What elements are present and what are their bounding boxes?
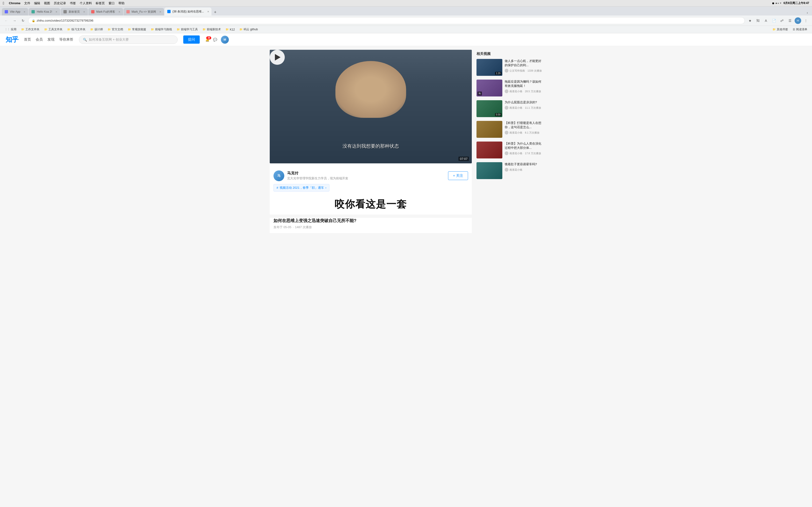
zhihu-extension-icon[interactable]: 知 (755, 17, 761, 24)
folder-icon-8: 📁 (177, 28, 180, 31)
channel-name-4: 画渣花小烙 (509, 152, 522, 155)
message-icon[interactable]: 💬 (213, 38, 217, 42)
tab-favicon-markres (126, 10, 130, 13)
bookmark-frontend-path[interactable]: 📁 前端学习路线 (149, 27, 174, 32)
video-date: 发布于 05-05 (273, 225, 291, 229)
sidebar-item-2[interactable]: 5:59 为什么屁股总是凉凉的? 画渣花小烙 · 11.1 万次播放 (476, 100, 542, 117)
sidebar-channel-0: 公文写作指南 · 1339 次播放 (505, 69, 542, 72)
extension-icon-3[interactable]: ☍ (779, 17, 785, 24)
extension-icon-2[interactable]: 📄 (771, 17, 777, 24)
bookmark-star-button[interactable]: ★ (747, 17, 753, 24)
menu-profile[interactable]: 个人资料 (80, 1, 92, 5)
sidebar-video-title-0: 做人多一点心机，才能更好的保护自己的利... (505, 59, 542, 67)
tab-koa[interactable]: Hello Koa 2! ✕ (29, 8, 60, 15)
sidebar-item-1[interactable]: 拖 拖延症是因为懒吗？该如何有效克服拖延！ 画渣花小烙 · 28.5 万次播放 (476, 79, 542, 97)
notification-bell[interactable]: 🔔 38 (205, 38, 209, 42)
bookmark-work-folder[interactable]: 📁 工作文件夹 (19, 27, 41, 32)
tab-zhihu[interactable]: (38 条消息) 如何在思维... ✕ (164, 7, 211, 15)
url-bar[interactable]: 🔒 zhihu.com/zvideo/1373209273279799296 (28, 17, 745, 24)
nav-answer[interactable]: 等你来答 (59, 36, 73, 43)
bookmark-frontend-tools[interactable]: 📁 前端学习工具 (175, 27, 200, 32)
video-player[interactable]: 没有达到我想要的那种状态 07:07 (270, 50, 472, 163)
sidebar-item-0[interactable]: 1:29 做人多一点心机，才能更好的保护自己的利... 公文写作指南 · 133… (476, 59, 542, 76)
bookmark-other[interactable]: 📁 其他书签 (771, 27, 790, 32)
tab-markfu[interactable]: Mark Fu的博客 ✕ (88, 8, 123, 15)
author-left: 马 马克付 北大光华管理学院新生力学员，现为前端开发 (273, 170, 348, 181)
sidebar-item-3[interactable]: 【科普】打喷嚏是有人在想你，这句话是怎么... 画渣花小烙 · 8.1 万次播放 (476, 121, 542, 138)
bookmark-practice-folder[interactable]: 📁 练习文件夹 (65, 27, 87, 32)
extension-icon-4[interactable]: ☰ (786, 17, 793, 24)
zhihu-logo[interactable]: 知乎 (6, 35, 18, 44)
tab-close-markfu[interactable]: ✕ (118, 10, 120, 13)
tab-close-vite[interactable]: ✕ (23, 10, 26, 13)
sidebar-item-4[interactable]: 【科普】为什么人类在演化过程中把大部分体... 画渣花小烙 · 17.8 万次播… (476, 142, 542, 158)
ask-button[interactable]: 提问 (183, 36, 200, 44)
tab-arrow[interactable]: › (805, 10, 810, 15)
new-tab-button[interactable]: + (212, 9, 218, 15)
menu-tabs[interactable]: 标签页 (96, 1, 105, 5)
tab-close-new[interactable]: ✕ (83, 10, 85, 13)
zhihu-search[interactable]: 🔍 如何准备互联网 + 创业大赛 (79, 36, 177, 44)
folder-icon-10: 📁 (225, 28, 229, 31)
sidebar-item-5[interactable]: 饿着肚子更容易晕车吗? 画渣花小烙 (476, 162, 542, 179)
bookmark-skills[interactable]: 📁 常规技能篇 (126, 27, 148, 32)
video-section: 没有达到我想要的那种状态 07:07 马 马克付 北大光华管理学院新生力学员，现… (270, 50, 472, 233)
sidebar-video-info-5: 饿着肚子更容易晕车吗? 画渣花小烙 (505, 162, 542, 179)
back-button[interactable]: ← (3, 17, 9, 24)
tab-vite[interactable]: Vite App ✕ (2, 8, 28, 15)
bookmark-designer[interactable]: 📁 设计师 (88, 27, 105, 32)
menu-bookmarks[interactable]: 书签 (70, 1, 76, 5)
tab-new[interactable]: 新标签页 ✕ (61, 8, 88, 15)
bookmark-new-tech[interactable]: 📁 前端新技术 (201, 27, 223, 32)
channel-name-5: 画渣花小烙 (509, 168, 522, 172)
nav-member[interactable]: 会员 (36, 36, 43, 43)
extension-icon-1[interactable]: A (763, 17, 769, 24)
bookmark-apps[interactable]: ⋮⋮ 应用 (3, 27, 18, 32)
nav-home[interactable]: 首页 (24, 36, 31, 43)
sidebar-video-info-3: 【科普】打喷嚏是有人在想你，这句话是怎么... 画渣花小烙 · 8.1 万次播放 (505, 121, 542, 138)
menu-window[interactable]: 窗口 (109, 1, 115, 5)
bookmark-tools-folder[interactable]: 📁 工具文件夹 (42, 27, 64, 32)
menu-file[interactable]: 文件 (24, 1, 30, 5)
tab-close-zhihu[interactable]: ✕ (207, 10, 209, 13)
sidebar: 相关视频 1:29 做人多一点心机，才能更好的保护自己的利... 公文写作指南 … (476, 50, 542, 233)
view-count-4: 17.8 万次播放 (525, 152, 541, 155)
reload-button[interactable]: ↻ (20, 17, 26, 24)
video-duration: 07:07 (458, 157, 469, 161)
macos-menubar:  Chrome 文件 编辑 视图 历史记录 书签 个人资料 标签页 窗口 帮助… (0, 0, 812, 7)
main-content: 没有达到我想要的那种状态 07:07 马 马克付 北大光华管理学院新生力学员，现… (265, 46, 547, 237)
video-title: 如何在思维上变强之迅速突破自己无所不能? (273, 218, 468, 224)
play-button[interactable] (270, 50, 285, 65)
author-avatar[interactable]: 马 (273, 170, 284, 181)
tab-close-markres[interactable]: ✕ (159, 10, 161, 13)
apple-menu[interactable]:  (3, 1, 4, 5)
menu-edit[interactable]: 编辑 (34, 1, 40, 5)
menu-help[interactable]: 帮助 (118, 1, 124, 5)
follow-button[interactable]: + 关注 (448, 171, 468, 180)
addressbar: ← → ↻ 🔒 zhihu.com/zvideo/137320927327979… (0, 15, 812, 26)
search-icon: 🔍 (83, 38, 87, 42)
thumb-duration-0: 1:29 (495, 72, 501, 75)
bookmark-official-docs[interactable]: 📁 官方文档 (106, 27, 125, 32)
menu-history[interactable]: 历史记录 (54, 1, 66, 5)
nav-discover[interactable]: 发现 (47, 36, 54, 43)
tab-favicon-koa (32, 10, 35, 13)
forward-button[interactable]: → (11, 17, 18, 24)
profile-button[interactable]: H (795, 17, 801, 24)
tab-markres[interactable]: Mark_Fu => 资源网 ✕ (123, 8, 164, 15)
apps-icon: ⋮⋮ (5, 28, 10, 31)
bookmark-reading-list[interactable]: ☰ 阅读清单 (791, 27, 809, 32)
more-options-button[interactable]: ⋮ (803, 17, 809, 24)
tab-close-koa[interactable]: ✕ (55, 10, 57, 13)
view-count-2: 11.1 万次播放 (525, 106, 541, 110)
bookmark-k12[interactable]: 📁 K12 (224, 27, 237, 32)
user-avatar-header[interactable]: M (221, 36, 229, 44)
sidebar-thumb-0: 1:29 (476, 59, 502, 76)
channel-avatar-2 (505, 106, 508, 110)
bookmark-github[interactable]: 📁 码云 github (238, 27, 260, 32)
app-name[interactable]: Chrome (9, 1, 20, 5)
channel-name-3: 画渣花小烙 (509, 131, 522, 134)
tab-favicon-new (63, 10, 67, 13)
activity-tag[interactable]: # 视频活动 2021，春季「职」通车 › (273, 184, 329, 191)
menu-view[interactable]: 视图 (44, 1, 50, 5)
